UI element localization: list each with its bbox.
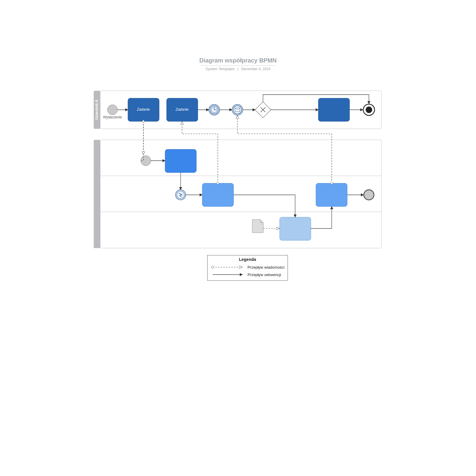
message-event-icon — [232, 104, 243, 115]
svg-rect-3 — [94, 140, 100, 248]
end-event-b-icon — [364, 190, 374, 200]
task-b3 — [316, 183, 347, 206]
seq-flow — [234, 195, 295, 217]
pool-a-title: Uczestnik A — [95, 100, 99, 120]
task-a1-label: Zadanie — [137, 107, 150, 112]
signal-event-icon — [176, 190, 186, 200]
task-a3 — [318, 98, 350, 121]
task-a2-label: Zadanie — [175, 107, 189, 112]
seq-flow — [311, 206, 332, 228]
legend-msg: Przepływ wiadomości — [248, 265, 284, 270]
gateway-icon — [255, 102, 271, 118]
start-event-label: Wydarzenie — [103, 115, 122, 119]
end-event-icon — [363, 104, 375, 115]
diagram-canvas: Diagram współpracy BPMN System Templates… — [60, 0, 416, 357]
msg-flow — [237, 115, 332, 183]
diagram-title: Diagram współpracy BPMN — [199, 57, 277, 64]
legend-seq: Przepływ sekwencji — [248, 273, 281, 277]
task-b4 — [280, 217, 311, 240]
document-icon — [252, 220, 263, 233]
svg-point-17 — [366, 107, 372, 113]
diagram-subtitle: System Templates | December 4, 2024 — [206, 67, 271, 71]
svg-point-20 — [364, 190, 374, 200]
svg-point-18 — [176, 190, 186, 200]
task-b2 — [202, 183, 234, 206]
seq-flow — [263, 95, 369, 104]
task-b1 — [165, 149, 196, 173]
msg-flow — [141, 121, 143, 161]
start-event — [107, 105, 118, 115]
legend-title: Legenda — [239, 257, 256, 262]
legend: Legenda Przepływ wiadomości Przepływ sek… — [207, 255, 288, 281]
timer-event-icon — [209, 104, 220, 115]
